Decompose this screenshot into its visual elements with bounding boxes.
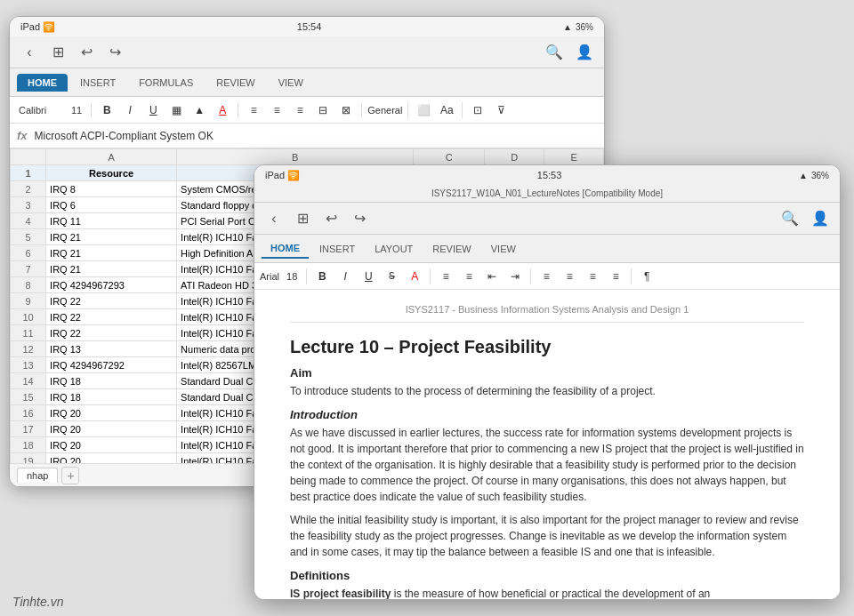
conditional-format-button[interactable]: ⬜: [414, 100, 433, 120]
cell-a[interactable]: IRQ 4294967293: [46, 277, 177, 293]
word-font-color-button[interactable]: A: [405, 267, 424, 286]
word-sep4: [631, 268, 632, 284]
cell-a[interactable]: IRQ 8: [46, 181, 177, 197]
word-redo-button[interactable]: ↪: [347, 206, 372, 231]
bold-button[interactable]: B: [97, 100, 117, 120]
cell-a[interactable]: IRQ 20: [46, 437, 177, 453]
doc-title: Lecture 10 – Project Feasibility: [290, 337, 804, 357]
doc-header-line: ISYS2117 - Business Information Systems …: [290, 304, 804, 323]
row-number: 17: [11, 421, 46, 437]
cell-a[interactable]: IRQ 4294967292: [46, 357, 177, 373]
word-underline-button[interactable]: U: [359, 267, 378, 286]
word-para-mark-button[interactable]: ¶: [637, 267, 657, 286]
word-indent-more-button[interactable]: ⇥: [505, 267, 525, 286]
wrap-text-button[interactable]: ⊟: [313, 100, 333, 120]
col-header-c: C: [414, 149, 485, 165]
tab-view[interactable]: VIEW: [268, 74, 314, 92]
sheet-tab-nhap[interactable]: nhap: [17, 468, 58, 483]
search-button[interactable]: 🔍: [542, 40, 567, 65]
cell-a[interactable]: IRQ 21: [46, 261, 177, 277]
word-tab-review[interactable]: REVIEW: [423, 240, 479, 258]
word-strikethrough-button[interactable]: S̶: [382, 267, 401, 286]
sep3: [361, 102, 362, 118]
add-sheet-button[interactable]: +: [61, 467, 79, 484]
tab-home[interactable]: HOME: [17, 74, 68, 92]
excel-status-left: iPad 🛜: [20, 21, 55, 33]
col-header-e: E: [544, 149, 604, 165]
redo-button[interactable]: ↪: [102, 40, 127, 65]
back-button[interactable]: ‹: [17, 40, 42, 65]
word-bullets-button[interactable]: ≡: [436, 267, 455, 286]
italic-button[interactable]: I: [120, 100, 140, 120]
word-undo-button[interactable]: ↩: [318, 206, 343, 231]
cell-a[interactable]: IRQ 22: [46, 309, 177, 325]
word-bold-button[interactable]: B: [312, 267, 332, 286]
format-as-table-button[interactable]: Aa: [437, 100, 456, 120]
tab-formulas[interactable]: FORMULAS: [128, 74, 204, 92]
excel-format-bar: Calibri 11 B I U ▦ ▲ A ≡ ≡ ≡ ⊟ ⊠ General…: [10, 97, 604, 124]
col-header-b: B: [177, 149, 414, 165]
formula-bar: fx Microsoft ACPI-Compliant System OK: [10, 124, 604, 148]
word-italic-button[interactable]: I: [335, 267, 355, 286]
cell-a[interactable]: Resource: [46, 165, 177, 181]
word-numbering-button[interactable]: ≡: [459, 267, 479, 286]
word-align-left-button[interactable]: ≡: [536, 267, 556, 286]
word-right-icons: 🔍 👤: [777, 206, 833, 231]
doc-definitions-title: Definitions: [290, 569, 804, 582]
watermark: Tinhte.vn: [12, 595, 63, 609]
underline-button[interactable]: U: [143, 100, 163, 120]
cell-a[interactable]: IRQ 20: [46, 421, 177, 437]
align-center-button[interactable]: ≡: [267, 100, 286, 120]
align-left-button[interactable]: ≡: [244, 100, 263, 120]
filter-button[interactable]: ⊽: [491, 100, 511, 120]
word-align-center-button[interactable]: ≡: [560, 267, 579, 286]
tab-review[interactable]: REVIEW: [205, 74, 265, 92]
word-align-right-button[interactable]: ≡: [583, 267, 602, 286]
doc-aim-subtitle: Aim: [290, 366, 804, 380]
word-sep1: [306, 268, 307, 284]
word-status-left: iPad 🛜: [265, 170, 300, 181]
formula-value: Microsoft ACPI-Compliant System OK: [35, 130, 214, 142]
cell-a[interactable]: IRQ 22: [46, 325, 177, 341]
undo-button[interactable]: ↩: [74, 40, 99, 65]
word-search-button[interactable]: 🔍: [777, 206, 802, 231]
excel-tab-bar: HOME INSERT FORMULAS REVIEW VIEW: [10, 68, 604, 97]
cell-a[interactable]: IRQ 13: [46, 341, 177, 357]
row-number: 11: [11, 325, 46, 341]
word-back-button[interactable]: ‹: [262, 206, 286, 231]
merge-button[interactable]: ⊠: [336, 100, 356, 120]
word-indent-less-button[interactable]: ⇤: [482, 267, 502, 286]
word-tab-insert[interactable]: INSERT: [310, 240, 364, 258]
excel-right-icons: 🔍 👤: [542, 40, 597, 65]
cell-a[interactable]: IRQ 22: [46, 293, 177, 309]
font-color-button[interactable]: A: [213, 100, 232, 120]
word-tab-home[interactable]: HOME: [262, 239, 309, 259]
col-header-num: [11, 149, 46, 165]
excel-home-icon[interactable]: ⊞: [45, 40, 70, 65]
cell-a[interactable]: IRQ 11: [46, 213, 177, 229]
word-tab-view[interactable]: VIEW: [482, 240, 525, 258]
tab-insert[interactable]: INSERT: [69, 74, 126, 92]
cell-styles-button[interactable]: ⊡: [468, 100, 487, 120]
cell-a[interactable]: IRQ 21: [46, 229, 177, 245]
border-button[interactable]: ▦: [166, 100, 186, 120]
word-person-button[interactable]: 👤: [808, 206, 833, 231]
word-justify-button[interactable]: ≡: [606, 267, 625, 286]
cell-a[interactable]: IRQ 21: [46, 245, 177, 261]
person-button[interactable]: 👤: [572, 40, 597, 65]
cell-a[interactable]: IRQ 18: [46, 373, 177, 389]
word-battery: 36%: [811, 171, 829, 180]
row-number: 12: [11, 341, 46, 357]
word-tab-bar: HOME INSERT LAYOUT REVIEW VIEW: [254, 235, 840, 263]
sep2: [238, 102, 238, 118]
cell-a[interactable]: IRQ 20: [46, 405, 177, 421]
word-font-size: 18: [286, 271, 297, 282]
word-home-icon[interactable]: ⊞: [290, 206, 315, 231]
word-tab-layout[interactable]: LAYOUT: [366, 240, 422, 258]
cell-a[interactable]: IRQ 18: [46, 389, 177, 405]
highlight-button[interactable]: ▲: [189, 100, 209, 120]
cell-a[interactable]: IRQ 6: [46, 197, 177, 213]
sep1: [91, 102, 92, 118]
row-number: 8: [11, 277, 46, 293]
align-right-button[interactable]: ≡: [290, 100, 310, 120]
